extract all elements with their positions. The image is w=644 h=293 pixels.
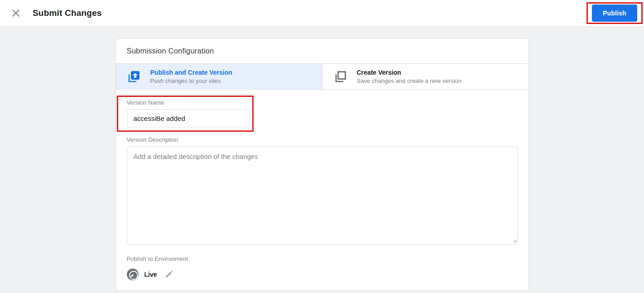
publish-button[interactable]: Publish xyxy=(592,5,637,22)
version-description-textarea[interactable] xyxy=(127,146,518,245)
submission-form: Version Name Version Description Publish… xyxy=(116,90,529,290)
tab-description: Push changes to your sites xyxy=(150,77,232,84)
card-title: Submission Configuration xyxy=(116,38,529,64)
version-description-label: Version Description xyxy=(127,136,518,143)
environment-row: Live xyxy=(127,269,518,280)
stacked-pages-icon xyxy=(333,70,347,83)
publish-annotation-box: Publish xyxy=(586,2,643,24)
textarea-wrapper xyxy=(127,146,518,245)
close-icon[interactable] xyxy=(10,7,22,19)
environment-name: Live xyxy=(144,271,157,278)
live-environment-icon xyxy=(127,269,139,280)
topbar: Submit Changes Publish xyxy=(0,0,644,27)
edit-pencil-icon[interactable] xyxy=(165,270,173,279)
publish-environment-label: Publish to Environment xyxy=(127,255,188,262)
publish-upload-icon xyxy=(127,70,140,83)
version-name-input[interactable] xyxy=(127,109,250,127)
tab-text: Publish and Create Version Push changes … xyxy=(150,69,232,84)
version-description-field: Version Description xyxy=(127,136,518,245)
version-name-label: Version Name xyxy=(127,99,250,106)
tab-publish-and-create-version[interactable]: Publish and Create Version Push changes … xyxy=(116,64,322,89)
close-x-glyph xyxy=(11,8,21,18)
version-name-annotation-box: Version Name xyxy=(117,96,254,132)
submission-configuration-card: Submission Configuration Publish and Cre… xyxy=(115,38,529,291)
tab-label: Publish and Create Version xyxy=(150,69,232,76)
tab-label: Create Version xyxy=(357,69,461,76)
tab-text: Create Version Save changes and create a… xyxy=(357,69,461,84)
page-title: Submit Changes xyxy=(33,8,102,18)
tab-create-version[interactable]: Create Version Save changes and create a… xyxy=(322,64,529,89)
publish-environment-section: Publish to Environment Live xyxy=(127,255,518,280)
submission-tabs: Publish and Create Version Push changes … xyxy=(116,64,529,90)
tab-description: Save changes and create a new version xyxy=(357,77,461,84)
